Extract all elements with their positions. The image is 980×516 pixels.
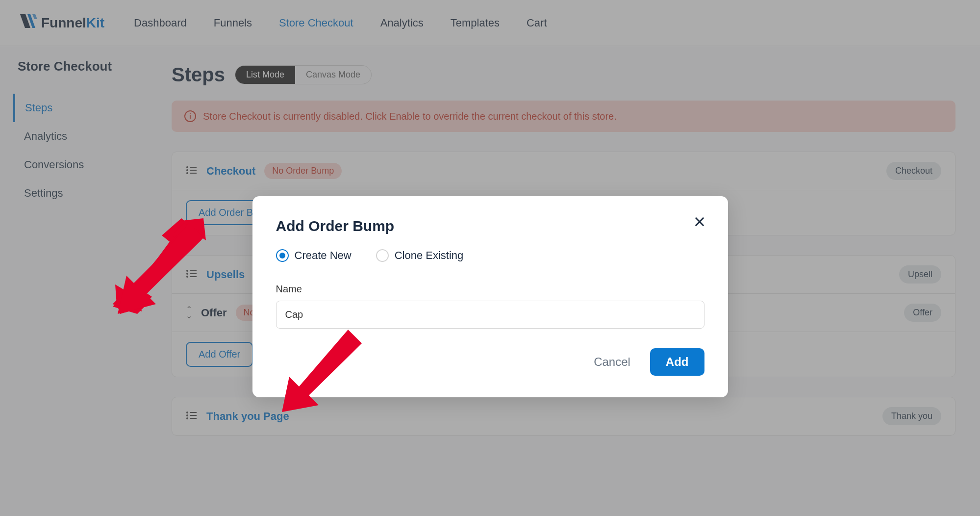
add-button[interactable]: Add (650, 348, 704, 376)
radio-create-new[interactable]: Create New (276, 249, 352, 262)
add-order-bump-modal: Add Order Bump Create New Clone Existing… (252, 196, 728, 397)
name-input[interactable] (276, 301, 704, 329)
radio-clone-existing[interactable]: Clone Existing (376, 249, 464, 262)
close-icon[interactable] (693, 215, 706, 231)
modal-title: Add Order Bump (276, 218, 704, 234)
name-label: Name (276, 284, 704, 295)
radio-label-create: Create New (295, 249, 352, 262)
radio-icon (276, 249, 289, 262)
radio-icon (376, 249, 389, 262)
modal-overlay: Add Order Bump Create New Clone Existing… (0, 0, 980, 516)
cancel-button[interactable]: Cancel (594, 355, 630, 369)
radio-label-clone: Clone Existing (395, 249, 464, 262)
